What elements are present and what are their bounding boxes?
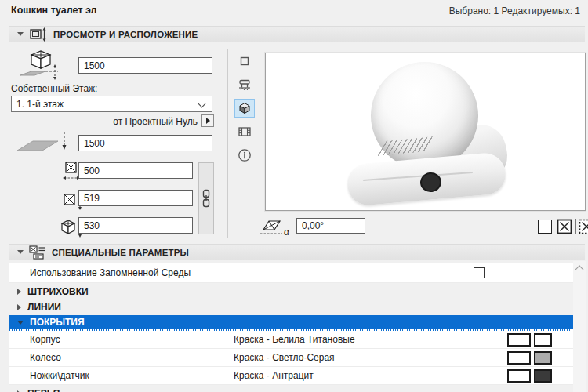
- collapse-triangle-icon: [17, 321, 24, 325]
- surface-color-swatch[interactable]: [534, 333, 552, 347]
- elevation-to-storey-icon: [13, 130, 75, 158]
- env-settings-row[interactable]: Использование Запомненной Среды: [9, 263, 573, 283]
- height-input[interactable]: [78, 217, 193, 234]
- surface-value: Краска - Белила Титановые: [234, 334, 355, 345]
- home-story-label: Собственный Этаж:: [11, 83, 97, 94]
- rotation-angle-icon: α: [260, 217, 295, 238]
- mirror-off-toggle[interactable]: [538, 220, 552, 234]
- link-dimensions-button[interactable]: [198, 162, 214, 234]
- surface-name: Ножки\датчик: [9, 370, 234, 381]
- width-input[interactable]: [78, 162, 193, 179]
- preview-mode-toolbar: [232, 52, 257, 165]
- collapse-triangle-icon: [17, 32, 24, 36]
- reference-level-label: от Проектный Нуль: [63, 116, 198, 127]
- params-scrollbar[interactable]: [573, 261, 586, 392]
- preview-animation-button[interactable]: [234, 122, 255, 141]
- object-3d-preview[interactable]: [265, 53, 586, 211]
- surface-preview-swatch[interactable]: [507, 333, 531, 347]
- scroll-up-icon[interactable]: [575, 265, 583, 274]
- group-lines[interactable]: ЛИНИИ: [9, 299, 573, 315]
- surface-preview-swatch[interactable]: [507, 351, 531, 365]
- surface-value: Краска - Светло-Серая: [234, 352, 335, 363]
- preview-front-view-button[interactable]: [234, 75, 255, 94]
- surface-row-wheel[interactable]: Колесо Краска - Светло-Серая: [9, 349, 573, 367]
- top-elevation-input[interactable]: [78, 57, 212, 74]
- expand-triangle-icon: [17, 304, 21, 310]
- panel-divider: [227, 49, 228, 238]
- preview-2d-symbol-button[interactable]: [234, 52, 255, 71]
- surface-name: Колесо: [9, 352, 234, 363]
- surface-row-body[interactable]: Корпус Краска - Белила Титановые: [9, 331, 573, 349]
- section-preview-placement[interactable]: ПРОСМОТР И РАСПОЛОЖЕНИЕ: [9, 26, 585, 42]
- surface-row-legs-sensor[interactable]: Ножки\датчик Краска - Антрацит: [9, 367, 573, 385]
- svg-text:α: α: [284, 227, 290, 238]
- preview-placement-icon: [29, 27, 48, 42]
- group-surfaces-selected[interactable]: ПОКРЫТИЯ: [9, 315, 573, 329]
- env-settings-label: Использование Запомненной Среды: [9, 267, 191, 278]
- page-title: Кошкин туалет эл: [11, 5, 97, 16]
- reference-level-button[interactable]: [201, 114, 214, 127]
- surface-preview-swatch[interactable]: [507, 369, 531, 383]
- preview-info-button[interactable]: [234, 146, 255, 165]
- surface-name: Корпус: [9, 334, 234, 345]
- width-dimension-icon: [63, 161, 80, 183]
- collapse-triangle-icon: [17, 250, 24, 254]
- group-label: ПОКРЫТИЯ: [30, 317, 85, 328]
- chain-link-icon: [201, 189, 211, 208]
- group-label: ПЕРЬЯ: [27, 388, 60, 392]
- preview-3d-view-button[interactable]: [234, 99, 255, 118]
- env-settings-checkbox[interactable]: [474, 267, 485, 278]
- home-story-select[interactable]: 1. 1-й этаж: [11, 96, 212, 112]
- rotation-angle-input[interactable]: [296, 218, 365, 234]
- mirror-on-toggle[interactable]: [557, 219, 572, 234]
- section-title: ПРОСМОТР И РАСПОЛОЖЕНИЕ: [53, 30, 198, 39]
- parameters-list: Использование Запомненной Среды ШТРИХОВК…: [9, 261, 573, 392]
- surface-value: Краска - Антрацит: [234, 370, 314, 381]
- group-pens[interactable]: ПЕРЬЯ: [9, 385, 573, 392]
- section-title: СПЕЦИАЛЬНЫЕ ПАРАМЕТРЫ: [52, 248, 189, 257]
- play-right-icon: [206, 118, 210, 124]
- chevron-down-icon: [198, 100, 206, 108]
- group-label: ЛИНИИ: [27, 302, 61, 313]
- surface-color-swatch[interactable]: [534, 351, 552, 365]
- group-hatching[interactable]: ШТРИХОВКИ: [9, 283, 573, 299]
- selection-status: Выбрано: 1 Редактируемых: 1: [449, 5, 580, 16]
- home-story-value: 1. 1-й этаж: [16, 99, 64, 110]
- elevation-to-top-icon: [17, 49, 71, 82]
- depth-input[interactable]: [78, 190, 193, 206]
- bottom-elevation-input[interactable]: [78, 135, 212, 151]
- mirror-divider: [575, 219, 576, 234]
- surface-color-swatch[interactable]: [534, 369, 552, 383]
- special-parameters-icon: [29, 245, 46, 260]
- expand-triangle-icon: [17, 289, 21, 295]
- group-label: ШТРИХОВКИ: [27, 286, 89, 297]
- mirror-alt-toggle[interactable]: [579, 219, 588, 234]
- section-special-parameters[interactable]: СПЕЦИАЛЬНЫЕ ПАРАМЕТРЫ: [9, 244, 585, 260]
